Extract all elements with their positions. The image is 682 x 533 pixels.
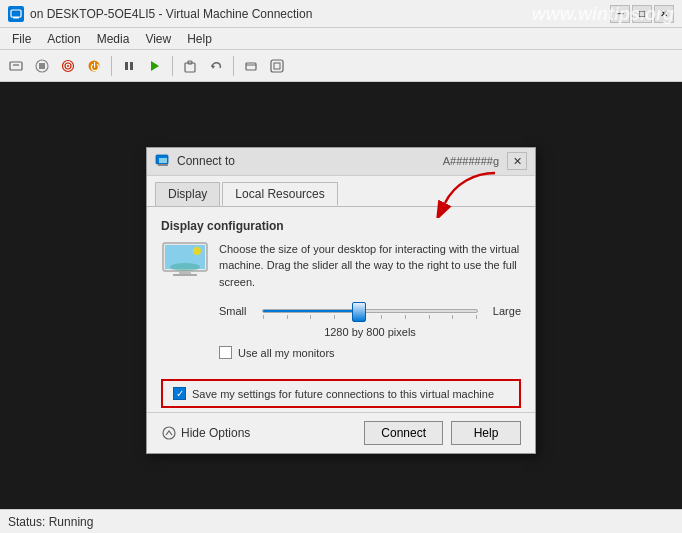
hide-options-label: Hide Options <box>181 426 250 440</box>
status-text: Status: Running <box>8 515 93 529</box>
window-title: on DESKTOP-5OE4LI5 - Virtual Machine Con… <box>30 7 610 21</box>
menu-view[interactable]: View <box>137 30 179 48</box>
monitors-checkbox-label: Use all my monitors <box>238 347 335 359</box>
menu-action[interactable]: Action <box>39 30 88 48</box>
settings-button[interactable] <box>265 54 289 78</box>
separator-3 <box>233 56 234 76</box>
tick <box>452 315 453 319</box>
monitors-checkbox[interactable] <box>219 346 232 359</box>
svg-rect-30 <box>173 274 197 276</box>
slider-max-label: Large <box>486 305 521 317</box>
tick <box>334 315 335 319</box>
svg-rect-11 <box>125 62 128 70</box>
svg-rect-20 <box>274 63 280 69</box>
minimize-button[interactable]: ─ <box>610 5 630 23</box>
menu-bar: File Action Media View Help <box>0 28 682 50</box>
maximize-button[interactable]: □ <box>632 5 652 23</box>
display-info-row: Choose the size of your desktop for inte… <box>161 241 521 291</box>
tab-display[interactable]: Display <box>155 182 220 206</box>
separator-1 <box>111 56 112 76</box>
resolution-display: 1280 by 800 pixels <box>161 326 521 338</box>
display-section-title: Display configuration <box>161 219 521 233</box>
undo-button[interactable] <box>204 54 228 78</box>
window-controls: ─ □ ✕ <box>610 5 674 23</box>
clipboard-button[interactable] <box>178 54 202 78</box>
tick <box>381 315 382 319</box>
app-icon <box>8 6 24 22</box>
chevron-up-icon <box>161 425 177 441</box>
ctrl-alt-del-button[interactable] <box>4 54 28 78</box>
svg-rect-17 <box>246 63 256 70</box>
dialog-close-button[interactable]: ✕ <box>507 152 527 170</box>
tick <box>287 315 288 319</box>
svg-marker-13 <box>151 61 159 71</box>
toolbar: ⏻ <box>0 50 682 82</box>
fullscreen-button[interactable] <box>239 54 263 78</box>
save-settings-label: Save my settings for future connections … <box>192 388 494 400</box>
dialog-content: Display configuration Choose the size of… <box>147 207 535 380</box>
separator-2 <box>172 56 173 76</box>
svg-rect-12 <box>130 62 133 70</box>
close-button[interactable]: ✕ <box>654 5 674 23</box>
tick <box>405 315 406 319</box>
help-button[interactable]: Help <box>451 421 521 445</box>
svg-rect-19 <box>271 60 283 72</box>
svg-point-31 <box>163 427 175 439</box>
pause-button[interactable] <box>117 54 141 78</box>
svg-rect-23 <box>159 158 167 163</box>
slider-fill <box>263 310 359 312</box>
svg-text:⏻: ⏻ <box>90 62 100 72</box>
tick <box>476 315 477 319</box>
tick <box>263 315 264 319</box>
save-settings-checkbox[interactable]: ✓ <box>173 387 186 400</box>
svg-rect-22 <box>158 164 168 166</box>
svg-point-27 <box>193 247 201 255</box>
monitors-checkbox-row: Use all my monitors <box>161 346 521 359</box>
save-settings-section: ✓ Save my settings for future connection… <box>161 379 521 408</box>
display-description: Choose the size of your desktop for inte… <box>219 241 521 291</box>
tick <box>310 315 311 319</box>
tick <box>429 315 430 319</box>
annotation-area: Display Local Resources <box>147 176 535 207</box>
stop-button[interactable] <box>30 54 54 78</box>
dialog-title-bar: Connect to A#######g ✕ <box>147 148 535 176</box>
connect-button[interactable]: Connect <box>364 421 443 445</box>
dialog-title: Connect to <box>177 154 443 168</box>
dialog-footer: Hide Options Connect Help <box>147 412 535 453</box>
slider-min-label: Small <box>219 305 254 317</box>
power-button[interactable]: ⏻ <box>82 54 106 78</box>
menu-file[interactable]: File <box>4 30 39 48</box>
slider-thumb[interactable] <box>352 302 366 322</box>
status-bar: Status: Running <box>0 509 682 533</box>
title-bar: on DESKTOP-5OE4LI5 - Virtual Machine Con… <box>0 0 682 28</box>
target-button[interactable] <box>56 54 80 78</box>
hide-options-button[interactable]: Hide Options <box>161 425 250 441</box>
slider-ticks <box>263 315 477 319</box>
tab-local-resources[interactable]: Local Resources <box>222 182 337 206</box>
play-button[interactable] <box>143 54 167 78</box>
slider-track[interactable] <box>262 309 478 313</box>
checkmark-icon: ✓ <box>176 389 184 399</box>
svg-rect-29 <box>179 271 191 274</box>
svg-rect-1 <box>13 17 19 19</box>
connect-dialog: Connect to A#######g ✕ Display Local Res… <box>146 147 536 455</box>
svg-rect-2 <box>10 62 22 70</box>
svg-point-8 <box>67 65 69 67</box>
dialog-icon <box>155 153 171 169</box>
dialog-machine-name: A#######g <box>443 155 499 167</box>
svg-rect-0 <box>11 10 21 17</box>
menu-media[interactable]: Media <box>89 30 138 48</box>
svg-rect-5 <box>39 63 45 69</box>
size-slider-row: Small <box>161 300 521 322</box>
menu-help[interactable]: Help <box>179 30 220 48</box>
svg-point-28 <box>170 263 200 271</box>
dialog-tabs: Display Local Resources <box>147 176 535 207</box>
monitor-icon <box>161 241 209 281</box>
slider-container[interactable] <box>262 300 478 322</box>
vm-display-area: Connect to A#######g ✕ Display Local Res… <box>0 82 682 509</box>
